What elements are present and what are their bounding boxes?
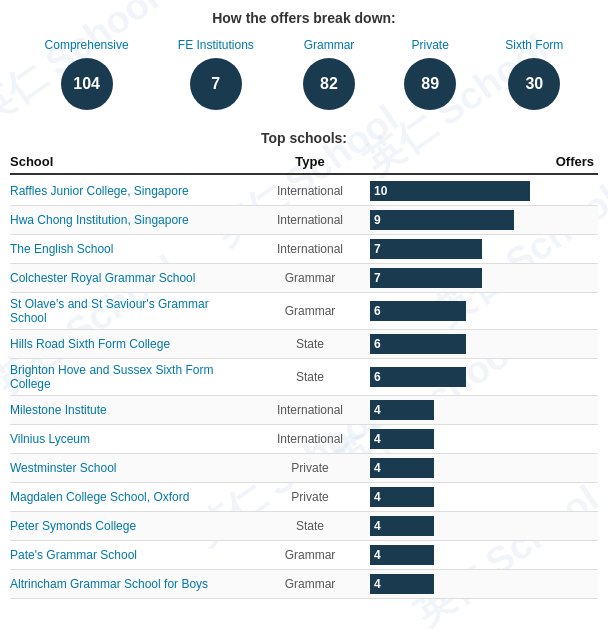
offer-number-4: 6: [374, 304, 381, 318]
category-label-4: Sixth Form: [505, 38, 563, 52]
offer-bar-7: 4: [370, 400, 434, 420]
category-item-4: Sixth Form30: [505, 38, 563, 110]
school-offers-2: 7: [370, 239, 598, 259]
offer-number-2: 7: [374, 242, 381, 256]
school-name-9: Westminster School: [10, 461, 250, 475]
school-name-8: Vilnius Lyceum: [10, 432, 250, 446]
table-row: Vilnius LyceumInternational4: [10, 425, 598, 454]
table-row: Westminster SchoolPrivate4: [10, 454, 598, 483]
school-offers-7: 4: [370, 400, 598, 420]
category-label-0: Comprehensive: [45, 38, 129, 52]
table-row: Magdalen College School, OxfordPrivate4: [10, 483, 598, 512]
category-circle-0: 104: [61, 58, 113, 110]
offer-number-9: 4: [374, 461, 381, 475]
offer-bar-2: 7: [370, 239, 482, 259]
category-label-3: Private: [411, 38, 448, 52]
offer-number-3: 7: [374, 271, 381, 285]
top-schools-title: Top schools:: [10, 130, 598, 146]
school-name-0: Raffles Junior College, Singapore: [10, 184, 250, 198]
table-row: Colchester Royal Grammar SchoolGrammar7: [10, 264, 598, 293]
offer-bar-9: 4: [370, 458, 434, 478]
school-offers-5: 6: [370, 334, 598, 354]
offer-bar-12: 4: [370, 545, 434, 565]
school-type-2: International: [250, 242, 370, 256]
table-row: Brighton Hove and Sussex Sixth Form Coll…: [10, 359, 598, 396]
school-type-9: Private: [250, 461, 370, 475]
school-name-1: Hwa Chong Institution, Singapore: [10, 213, 250, 227]
school-name-12: Pate's Grammar School: [10, 548, 250, 562]
school-type-11: State: [250, 519, 370, 533]
category-circle-3: 89: [404, 58, 456, 110]
category-item-1: FE Institutions7: [178, 38, 254, 110]
category-circle-1: 7: [190, 58, 242, 110]
categories-container: Comprehensive104FE Institutions7Grammar8…: [10, 38, 598, 110]
school-type-4: Grammar: [250, 304, 370, 318]
category-item-0: Comprehensive104: [45, 38, 129, 110]
header-title: How the offers break down:: [10, 10, 598, 26]
offer-number-5: 6: [374, 337, 381, 351]
table-row: Peter Symonds CollegeState4: [10, 512, 598, 541]
school-type-12: Grammar: [250, 548, 370, 562]
school-name-3: Colchester Royal Grammar School: [10, 271, 250, 285]
table-row: Raffles Junior College, SingaporeInterna…: [10, 177, 598, 206]
offer-bar-6: 6: [370, 367, 466, 387]
offer-bar-5: 6: [370, 334, 466, 354]
col-type-header: Type: [250, 154, 370, 169]
school-offers-0: 10: [370, 181, 598, 201]
school-offers-11: 4: [370, 516, 598, 536]
school-name-4: St Olave's and St Saviour's Grammar Scho…: [10, 297, 250, 325]
school-offers-10: 4: [370, 487, 598, 507]
school-name-2: The English School: [10, 242, 250, 256]
table-row: Pate's Grammar SchoolGrammar4: [10, 541, 598, 570]
category-circle-4: 30: [508, 58, 560, 110]
school-type-8: International: [250, 432, 370, 446]
category-item-2: Grammar82: [303, 38, 355, 110]
offer-bar-11: 4: [370, 516, 434, 536]
table-row: The English SchoolInternational7: [10, 235, 598, 264]
offer-number-13: 4: [374, 577, 381, 591]
school-offers-12: 4: [370, 545, 598, 565]
school-name-13: Altrincham Grammar School for Boys: [10, 577, 250, 591]
school-type-0: International: [250, 184, 370, 198]
schools-table: Raffles Junior College, SingaporeInterna…: [10, 177, 598, 599]
offer-bar-1: 9: [370, 210, 514, 230]
offer-bar-13: 4: [370, 574, 434, 594]
offer-number-8: 4: [374, 432, 381, 446]
offer-number-6: 6: [374, 370, 381, 384]
school-offers-9: 4: [370, 458, 598, 478]
offer-bar-0: 10: [370, 181, 530, 201]
school-offers-4: 6: [370, 301, 598, 321]
school-type-10: Private: [250, 490, 370, 504]
table-row: Altrincham Grammar School for BoysGramma…: [10, 570, 598, 599]
school-type-1: International: [250, 213, 370, 227]
school-name-5: Hills Road Sixth Form College: [10, 337, 250, 351]
school-type-5: State: [250, 337, 370, 351]
table-row: St Olave's and St Saviour's Grammar Scho…: [10, 293, 598, 330]
school-type-6: State: [250, 370, 370, 384]
table-row: Milestone InstituteInternational4: [10, 396, 598, 425]
offer-number-11: 4: [374, 519, 381, 533]
school-offers-6: 6: [370, 367, 598, 387]
school-name-11: Peter Symonds College: [10, 519, 250, 533]
school-type-13: Grammar: [250, 577, 370, 591]
school-name-6: Brighton Hove and Sussex Sixth Form Coll…: [10, 363, 250, 391]
offer-number-0: 10: [374, 184, 387, 198]
offer-bar-4: 6: [370, 301, 466, 321]
school-name-10: Magdalen College School, Oxford: [10, 490, 250, 504]
col-school-header: School: [10, 154, 250, 169]
category-item-3: Private89: [404, 38, 456, 110]
school-offers-8: 4: [370, 429, 598, 449]
category-label-2: Grammar: [304, 38, 355, 52]
category-label-1: FE Institutions: [178, 38, 254, 52]
offer-bar-10: 4: [370, 487, 434, 507]
school-type-3: Grammar: [250, 271, 370, 285]
school-name-7: Milestone Institute: [10, 403, 250, 417]
offer-number-12: 4: [374, 548, 381, 562]
category-circle-2: 82: [303, 58, 355, 110]
school-offers-3: 7: [370, 268, 598, 288]
offer-bar-3: 7: [370, 268, 482, 288]
offer-number-7: 4: [374, 403, 381, 417]
school-offers-13: 4: [370, 574, 598, 594]
offer-bar-8: 4: [370, 429, 434, 449]
school-type-7: International: [250, 403, 370, 417]
